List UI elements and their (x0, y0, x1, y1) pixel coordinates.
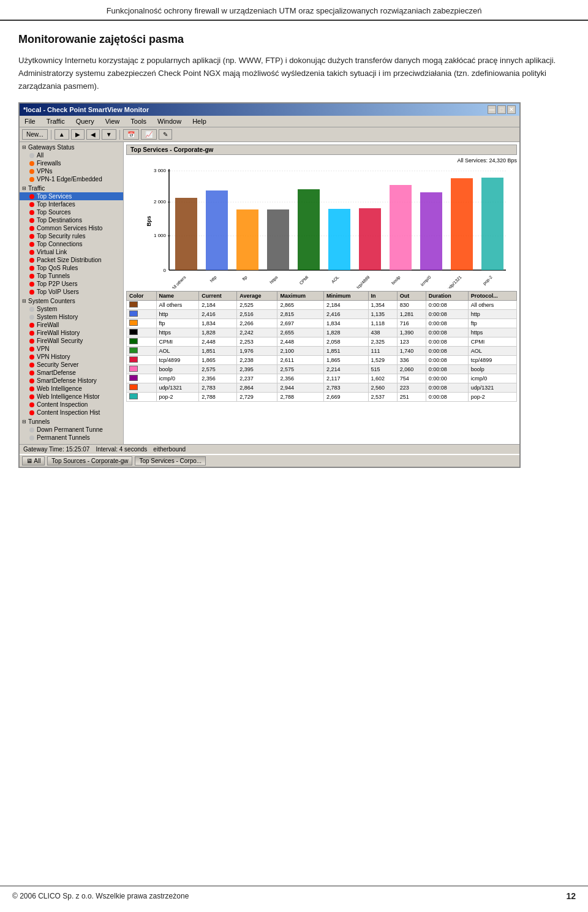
tb-btn-3[interactable]: ◀ (86, 129, 100, 140)
cell-name: boolp (156, 365, 199, 374)
col-average: Average (237, 292, 277, 301)
cell-color (127, 301, 157, 310)
sidebar-item-firewall-security[interactable]: FireWall Security (20, 337, 123, 345)
sidebar-item-vpn-sc[interactable]: VPN (20, 345, 123, 353)
menu-view[interactable]: View (103, 117, 123, 126)
sidebar-item-smartdefense[interactable]: SmartDefense (20, 369, 123, 377)
tb-btn-7[interactable]: ✎ (159, 129, 172, 140)
sidebar-item-firewall[interactable]: FireWall (20, 321, 123, 329)
sidebar-item-common-services[interactable]: Common Services Histo (20, 224, 123, 232)
cell-name: icmp/0 (156, 374, 199, 383)
sidebar-item-content-inspection[interactable]: Content Inspection (20, 401, 123, 409)
dot-top-interfaces (29, 202, 34, 207)
sidebar-item-web-intelligence-hist[interactable]: Web Intelligence Histor (20, 393, 123, 401)
cell-average: 2,864 (237, 383, 277, 393)
sidebar-item-qos-rules[interactable]: Top QoS Rules (20, 264, 123, 272)
tb-btn-5[interactable]: 📅 (123, 129, 139, 140)
data-table: Color Name Current Average Maximum Minim… (126, 291, 517, 402)
sidebar-group-header-system[interactable]: ⊟ System Counters (20, 297, 123, 305)
sidebar-item-vpn1edge[interactable]: VPN-1 Edge/Embedded (20, 175, 123, 183)
bar-label-http: http (209, 275, 217, 284)
sidebar-group-header-tunnels[interactable]: ⊟ Tunnels (20, 418, 123, 426)
menu-tools[interactable]: Tools (128, 117, 149, 126)
page-header: Funkcjonalność ochrony firewall w urządz… (0, 0, 588, 21)
dot-vpn-history (29, 355, 34, 360)
bar-label-tcp4899: tcp/4899 (356, 275, 371, 288)
taskbar-tab-2[interactable]: Top Services - Corpo... (135, 456, 206, 465)
cell-protocol: All others (468, 301, 516, 310)
dot-common-services (29, 226, 34, 231)
body-paragraph: Użytkownicy Internetu korzystając z popu… (18, 55, 570, 92)
table-row: boolp 2,575 2,395 2,575 2,214 515 2,060 … (127, 365, 517, 374)
cell-average: 2,242 (237, 328, 277, 337)
cell-name: udp/1321 (156, 383, 199, 393)
sidebar-item-top-interfaces[interactable]: Top Interfaces (20, 200, 123, 208)
sidebar-item-system[interactable]: System (20, 305, 123, 313)
cell-color (127, 319, 157, 328)
tb-btn-1[interactable]: ▲ (55, 129, 69, 140)
menu-query[interactable]: Query (74, 117, 97, 126)
tb-btn-2[interactable]: ▶ (71, 129, 85, 140)
cell-minimum: 2,783 (323, 383, 368, 393)
sidebar-item-top-tunnels[interactable]: Top Tunnels (20, 272, 123, 280)
menu-window[interactable]: Window (155, 117, 184, 126)
new-button[interactable]: New... (22, 129, 48, 140)
sidebar-item-virtual-link[interactable]: Virtual Link (20, 248, 123, 256)
bar-label-ftp: ftp (241, 275, 248, 282)
sidebar-item-smartdefense-hist[interactable]: SmartDefense History (20, 377, 123, 385)
sidebar-item-vpns[interactable]: VPNs (20, 167, 123, 175)
taskbar-tab-1[interactable]: Top Sources - Corporate-gw (47, 456, 132, 465)
expand-icon-traffic: ⊟ (22, 186, 26, 191)
menu-traffic[interactable]: Traffic (44, 117, 67, 126)
sidebar-item-vpn-history[interactable]: VPN History (20, 353, 123, 361)
cell-out: 1,281 (397, 310, 426, 319)
menu-file[interactable]: File (22, 117, 38, 126)
cell-name: CPMI (156, 337, 199, 347)
chart-title: Top Services - Corporate-gw (126, 145, 517, 155)
sidebar-item-p2p-users[interactable]: Top P2P Users (20, 280, 123, 288)
sidebar-item-top-services[interactable]: Top Services (20, 192, 123, 200)
sidebar-group-gateways: ⊟ Gateways Status All Firewalls VPNs VPN… (20, 143, 123, 183)
menu-help[interactable]: Help (190, 117, 209, 126)
sidebar-item-content-hist[interactable]: Content Inspection Hist (20, 409, 123, 416)
table-row: https 1,828 2,242 2,655 1,828 438 1,390 … (127, 328, 517, 337)
sidebar-item-firewalls[interactable]: Firewalls (20, 159, 123, 167)
bar-label-pop2: pop-2 (482, 275, 493, 286)
sidebar-group-header-gateways[interactable]: ⊟ Gateways Status (20, 143, 123, 151)
maximize-button[interactable]: □ (497, 105, 506, 114)
sidebar-group-header-traffic[interactable]: ⊟ Traffic (20, 184, 123, 192)
sidebar-item-top-destinations[interactable]: Top Destinations (20, 216, 123, 224)
sidebar-item-web-intelligence[interactable]: Web Intelligence (20, 385, 123, 393)
sidebar-item-top-connections[interactable]: Top Connections (20, 240, 123, 248)
bar-https (267, 209, 289, 270)
close-button[interactable]: ✕ (507, 105, 516, 114)
sidebar-item-all[interactable]: All (20, 151, 123, 159)
sidebar-item-packet-size[interactable]: Packet Size Distribution (20, 256, 123, 264)
dot-qos-rules (29, 266, 34, 271)
cell-color (127, 383, 157, 393)
sidebar-item-system-history[interactable]: System History (20, 313, 123, 321)
sidebar-item-security-rules[interactable]: Top Security rules (20, 232, 123, 240)
minimize-button[interactable]: — (488, 105, 496, 114)
tb-btn-4[interactable]: ▼ (102, 129, 116, 140)
cell-current: 2,416 (199, 310, 237, 319)
cell-out: 716 (397, 319, 426, 328)
menu-bar: File Traffic Query View Tools Window Hel… (20, 116, 519, 127)
cell-out: 123 (397, 337, 426, 347)
sidebar-item-top-sources[interactable]: Top Sources (20, 208, 123, 216)
cell-minimum: 1,834 (323, 319, 368, 328)
sidebar-item-voip-users[interactable]: Top VoIP Users (20, 288, 123, 296)
sidebar-item-permanent-tunnels[interactable]: Permanent Tunnels (20, 434, 123, 442)
bar-tcp4899 (359, 208, 381, 270)
col-in: In (368, 292, 397, 301)
sidebar-item-down-permanent[interactable]: Down Permanent Tunne (20, 426, 123, 434)
toolbar-separator (51, 130, 51, 140)
sidebar-item-security-server[interactable]: Security Server (20, 361, 123, 369)
tb-btn-6[interactable]: 📈 (141, 129, 157, 140)
cell-average: 2,253 (237, 337, 277, 347)
cell-maximum: 2,356 (277, 374, 324, 383)
taskbar-start[interactable]: 🖥 All (22, 456, 45, 465)
dot-permanent-tunnels (29, 435, 34, 440)
table-row: ftp 1,834 2,266 2,697 1,834 1,118 716 0:… (127, 319, 517, 328)
sidebar-item-firewall-history[interactable]: FireWall History (20, 329, 123, 337)
